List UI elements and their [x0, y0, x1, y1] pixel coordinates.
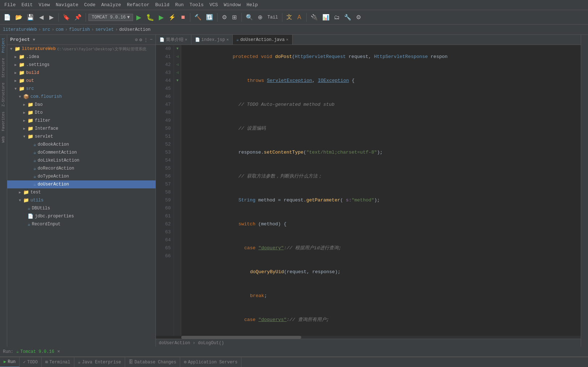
menu-tools[interactable]: Tools: [187, 1, 207, 8]
tree-servlet[interactable]: ▼ 📁 servlet: [7, 133, 156, 141]
fold-45[interactable]: ◁: [176, 71, 178, 75]
tree-settings[interactable]: ▶ 📁 .settings: [7, 61, 156, 69]
user-tab-close[interactable]: ×: [286, 38, 289, 42]
cog-icon[interactable]: ⚙: [139, 37, 142, 43]
tree-doBookAction[interactable]: ☕ doBookAction: [7, 141, 156, 149]
tab-jianjie[interactable]: 📄 简单介绍 ×: [156, 35, 191, 45]
grid-button[interactable]: ⊞: [230, 13, 239, 21]
fold-40[interactable]: ▼: [176, 47, 178, 51]
tree-doCommentAction[interactable]: ☕ doCommentAction: [7, 149, 156, 157]
zoom-button[interactable]: ⊕: [256, 13, 265, 21]
plugin-btn-2[interactable]: 📊: [321, 13, 331, 21]
pin-button[interactable]: 📌: [73, 13, 83, 21]
minimize-icon[interactable]: −: [150, 37, 153, 43]
lang-btn-2[interactable]: A: [295, 13, 304, 21]
tree-filter[interactable]: ▶ 📁 filter: [7, 117, 156, 125]
bc-src[interactable]: src: [42, 27, 50, 32]
structure-icon[interactable]: Structure: [1, 57, 6, 79]
bottom-tab-run[interactable]: ▶ Run: [0, 357, 20, 367]
tree-test[interactable]: ▶ 📁 test: [7, 188, 156, 196]
tree-out[interactable]: ▶ 📁 out: [7, 77, 156, 85]
tree-utils[interactable]: ▼ 📁 utils: [7, 196, 156, 204]
menu-window[interactable]: Window: [221, 1, 244, 8]
fold-43[interactable]: ◁: [176, 63, 178, 67]
project-side-icon[interactable]: Project: [1, 36, 6, 54]
tree-dto[interactable]: ▶ 📁 Dto: [7, 109, 156, 117]
tree-dbutils[interactable]: ☕ DBUtils: [7, 204, 156, 212]
favorites-icon[interactable]: Favorites: [1, 110, 6, 133]
bottom-tab-java-enterprise[interactable]: ☕ Java Enterprise: [74, 357, 125, 367]
bottom-tab-app-servers[interactable]: ⚙ Application Servers: [180, 357, 241, 367]
gear-icon[interactable]: ⋮: [144, 37, 148, 43]
z-structure-icon[interactable]: Z-Structure: [1, 81, 6, 108]
bc-com[interactable]: com: [56, 27, 64, 32]
tree-root[interactable]: ▼ 📁 literatureWeb C:\Users\Taylor\Deskto…: [7, 45, 156, 53]
settings-button[interactable]: ⚙: [220, 13, 229, 21]
tree-jdbc[interactable]: 📄 jdbc.properties: [7, 212, 156, 220]
bottom-tab-todo[interactable]: ✓ TODO: [20, 357, 42, 367]
menu-code[interactable]: Code: [81, 1, 98, 8]
menu-refactor[interactable]: Refactor: [124, 1, 152, 8]
menu-file[interactable]: File: [1, 1, 18, 8]
tree-doUserAction[interactable]: ☕ doUserAction: [7, 180, 156, 188]
menu-edit[interactable]: Edit: [18, 1, 36, 8]
run-server[interactable]: ☕ Tomcat 9.0.16: [16, 349, 54, 354]
tree-build[interactable]: ▶ 📁 build: [7, 69, 156, 77]
plugin-btn-4[interactable]: 🔧: [343, 13, 353, 21]
profile-button[interactable]: ⚡: [167, 13, 177, 21]
menu-view[interactable]: View: [36, 1, 53, 8]
tree-src[interactable]: ▼ 📁 src: [7, 85, 156, 93]
tab-doUserAction[interactable]: ☕ doUserAction.java ×: [233, 35, 293, 45]
menu-help[interactable]: Help: [244, 1, 261, 8]
bookmark-button[interactable]: 🔖: [61, 13, 71, 21]
run-coverage-button[interactable]: ▶: [157, 13, 166, 22]
h-scrollbar[interactable]: [181, 336, 581, 339]
code-content[interactable]: protected void doPost(HttpServletRequest…: [181, 45, 581, 336]
h-scrollbar-thumb[interactable]: [181, 336, 301, 339]
project-dropdown[interactable]: ▼: [33, 38, 36, 42]
lang-btn-1[interactable]: 文: [285, 13, 294, 22]
stop-button[interactable]: ■: [179, 13, 187, 22]
tree-idea[interactable]: ▶ 📁 .idea: [7, 53, 156, 61]
tree-recordinput[interactable]: ☕ RecordInput: [7, 220, 156, 228]
menu-navigate[interactable]: Navigate: [53, 1, 81, 8]
search-button[interactable]: 🔍: [244, 13, 254, 21]
bc-flourish[interactable]: flourish: [69, 27, 90, 32]
sync-btn[interactable]: 🔃: [204, 13, 215, 21]
tree-interface[interactable]: ▶ 📁 Interface: [7, 125, 156, 133]
plugin-btn-1[interactable]: 🔌: [309, 13, 319, 21]
scope-icon[interactable]: ⊙: [135, 37, 138, 43]
bottom-tab-terminal[interactable]: ⊞ Terminal: [42, 357, 74, 367]
debug-button[interactable]: 🐛: [145, 13, 156, 22]
open-button[interactable]: 📂: [14, 13, 24, 21]
save-button[interactable]: 💾: [25, 13, 36, 21]
tab-index[interactable]: 📄 index.jsp ×: [191, 35, 233, 45]
fold-47[interactable]: ▼: [176, 79, 178, 83]
index-close[interactable]: ×: [226, 38, 229, 42]
bottom-tab-db-changes[interactable]: 🗄 Database Changes: [125, 357, 180, 367]
run-close[interactable]: ×: [57, 349, 60, 354]
tree-com-flourish[interactable]: ▼ 📦 com.flourish: [7, 93, 156, 101]
forward-button[interactable]: ▶: [47, 13, 56, 21]
run-button[interactable]: ▶: [134, 13, 143, 22]
menu-run[interactable]: Run: [172, 1, 186, 8]
tree-doLikeListAction[interactable]: ☕ doLikeListAction: [7, 157, 156, 164]
menu-analyze[interactable]: Analyze: [98, 1, 124, 8]
jianjie-close[interactable]: ×: [185, 38, 187, 42]
bc-project[interactable]: literatureWeb: [3, 27, 37, 32]
plugin-btn-5[interactable]: ⚙: [354, 13, 363, 21]
tomcat-selector[interactable]: TOMCAT 9.0.16 ▼: [88, 14, 133, 21]
tree-doRecordAction[interactable]: ☕ doRecordAction: [7, 164, 156, 172]
menu-build[interactable]: Build: [152, 1, 172, 8]
bc-servlet[interactable]: servlet: [95, 27, 113, 32]
menu-vcs[interactable]: VCS: [207, 1, 221, 8]
web-icon[interactable]: Web: [1, 135, 6, 144]
plugin-btn-3[interactable]: 🗂: [332, 13, 341, 21]
tree-doTypeAction[interactable]: ☕ doTypeAction: [7, 172, 156, 180]
fold-42[interactable]: ◁: [176, 55, 178, 59]
new-file-button[interactable]: 📄: [2, 13, 12, 21]
back-button[interactable]: ◀: [37, 13, 46, 21]
bc-file[interactable]: doUserAction: [119, 27, 150, 32]
build-btn[interactable]: 🔨: [193, 13, 203, 21]
tree-dao[interactable]: ▶ 📁 Dao: [7, 101, 156, 109]
